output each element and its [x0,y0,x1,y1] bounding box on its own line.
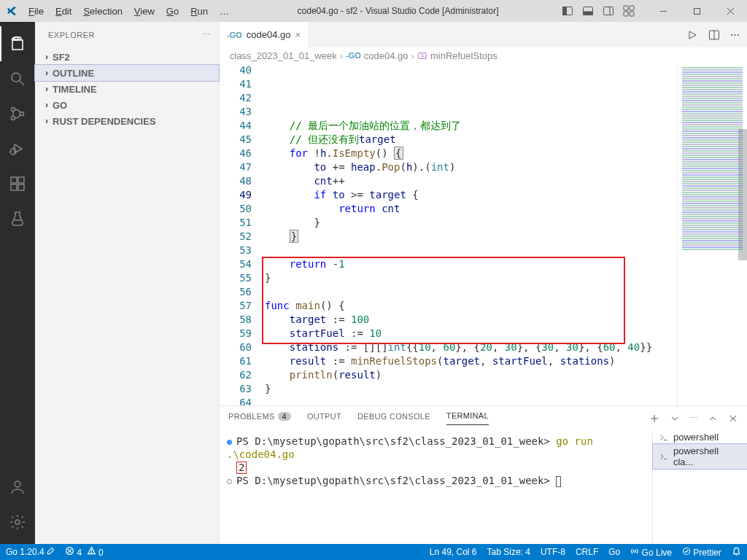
ab-search[interactable] [0,61,35,96]
close-icon[interactable]: × [295,29,301,40]
status-problems[interactable]: 4 0 [65,546,104,558]
panel-tab-output[interactable]: OUTPUT [307,412,341,425]
layout-right-icon[interactable] [603,5,614,17]
layout-bottom-icon[interactable] [582,5,594,17]
sidebar-section-outline[interactable]: ›OUTLINE [35,65,219,81]
svg-marker-31 [689,31,696,39]
svg-rect-11 [694,8,700,14]
svg-rect-24 [11,177,17,183]
status-lang[interactable]: Go [608,547,620,557]
sidebar-more-icon[interactable]: ⋯ [202,30,211,39]
menu-view[interactable]: View [129,3,160,20]
svg-rect-1 [563,7,567,15]
svg-rect-3 [584,12,593,15]
titlebar: File Edit Selection View Go Run … code04… [0,0,747,22]
ab-testing[interactable] [0,201,35,236]
ab-account[interactable] [0,470,35,505]
status-eol[interactable]: CRLF [576,547,598,557]
svg-point-14 [12,73,20,82]
status-go[interactable]: Go 1.20.4 [6,547,55,557]
ab-settings[interactable] [0,505,35,540]
minimize-button[interactable] [646,0,680,22]
panel-close-icon[interactable] [728,413,738,424]
svg-point-18 [20,112,24,116]
terminal[interactable]: PS D:\mysetup\gopath\src\sf2\class_2023_… [220,430,652,544]
status-golive[interactable]: Go Live [630,547,672,558]
ab-scm[interactable] [0,96,35,131]
menu-file[interactable]: File [23,3,49,20]
menu-selection[interactable]: Selection [78,3,127,20]
panel-tab-problems[interactable]: PROBLEMS4 [228,412,291,425]
window-title: code04.go - sf2 - Visual Studio Code [Ad… [234,6,562,16]
sidebar-title: EXPLORER [48,31,95,39]
status-ln[interactable]: Ln 49, Col 6 [430,547,477,557]
svg-rect-34 [419,53,427,59]
svg-point-46 [634,550,636,552]
panel: PROBLEMS4 OUTPUT DEBUG CONSOLE TERMINAL … [220,405,747,544]
status-prettier[interactable]: Prettier [682,547,721,558]
sidebar-section-go[interactable]: ›GO [35,97,219,113]
svg-point-45 [91,553,92,553]
maximize-button[interactable] [680,0,713,22]
svg-rect-26 [18,184,24,190]
sidebar-section-timeline[interactable]: ›TIMELINE [35,81,219,97]
run-icon[interactable] [686,29,698,41]
sidebar-section-sf2[interactable]: ›SF2 [35,49,219,65]
terminal-item[interactable]: powershell cla... [653,444,747,469]
svg-rect-8 [624,12,628,16]
status-bell-icon[interactable] [732,546,741,558]
terminal-list: powershell powershell cla... [652,430,747,544]
close-button[interactable] [713,0,747,22]
sidebar: EXPLORER ⋯ ›SF2 ›OUTLINE ›TIMELINE ›GO ›… [35,22,220,544]
tab-code04[interactable]: -GO code04.go × [220,22,309,47]
menu-go[interactable]: Go [161,3,184,20]
terminal-item[interactable]: powershell [653,430,747,444]
panel-more-icon[interactable]: ⋯ [689,413,697,423]
new-terminal-icon[interactable] [649,413,660,424]
menu-run[interactable]: Run [185,3,213,20]
code-editor[interactable]: 4041424344454647484950515253545556575859… [220,63,677,405]
editor-more-icon[interactable]: ⋯ [730,29,740,40]
layout-customize-icon[interactable] [623,5,635,17]
svg-rect-4 [604,7,614,15]
split-icon[interactable] [708,29,720,41]
status-encoding[interactable]: UTF-8 [541,547,565,557]
terminal-output: 2 [236,462,247,474]
svg-point-17 [12,117,15,120]
svg-point-30 [15,520,20,524]
svg-point-16 [12,108,15,112]
panel-tab-terminal[interactable]: TERMINAL [446,411,489,425]
menu-more[interactable]: … [214,3,234,20]
editor-area: -GO code04.go × ⋯ class_2023_01_01_week›… [220,22,747,544]
activitybar [0,22,35,544]
panel-max-icon[interactable] [708,413,718,424]
svg-rect-9 [630,12,634,16]
menubar: File Edit Selection View Go Run … [23,3,234,20]
svg-rect-25 [11,184,17,190]
svg-point-29 [15,481,20,487]
chevron-down-icon[interactable] [670,414,679,423]
vscode-icon [6,5,18,17]
statusbar: Go 1.20.4 4 0 Ln 49, Col 6 Tab Size: 4 U… [0,544,747,560]
svg-rect-6 [624,6,628,10]
sidebar-section-rust[interactable]: ›RUST DEPENDENCIES [35,113,219,129]
svg-line-15 [20,81,24,85]
layout-primary-icon[interactable] [562,5,573,17]
minimap[interactable] [677,63,747,405]
menu-edit[interactable]: Edit [50,3,77,20]
ab-debug[interactable] [0,131,35,166]
ab-extensions[interactable] [0,166,35,201]
status-tabsize[interactable]: Tab Size: 4 [487,547,530,557]
breadcrumbs[interactable]: class_2023_01_01_week› -GOcode04.go› min… [220,47,747,63]
ab-explorer[interactable] [0,26,35,61]
svg-rect-27 [18,177,24,183]
tabs: -GO code04.go × ⋯ [220,22,747,47]
svg-rect-7 [630,6,634,10]
go-file-icon: -GO [227,31,242,39]
panel-tab-debug[interactable]: DEBUG CONSOLE [357,412,430,425]
